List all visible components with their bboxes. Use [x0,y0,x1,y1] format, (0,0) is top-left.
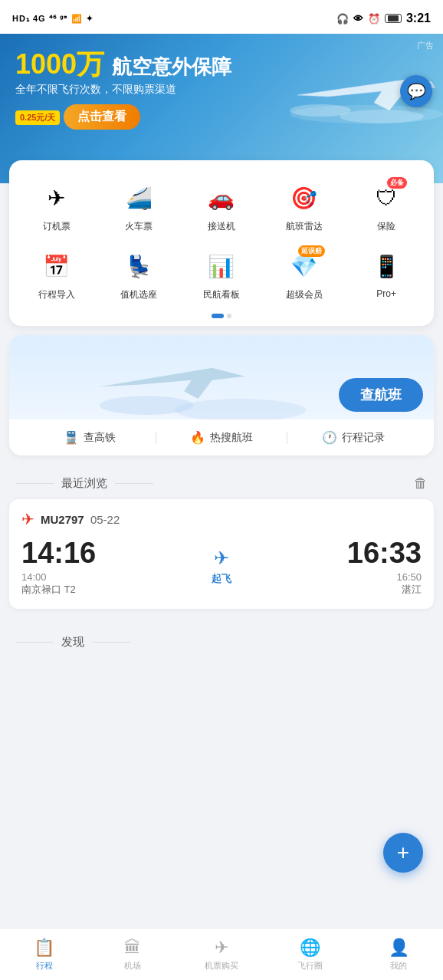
flight-main-info: 14:16 14:00 南京禄口 T2 ✈ 起飞 16:33 16:50 湛江 [21,538,422,597]
airline-logo: ✈ [21,510,34,528]
header-line-left [15,483,54,484]
menu-icon-4: 🛡必备 [369,180,404,215]
svg-point-4 [175,399,306,419]
menu-item-2[interactable]: 🚗接送机 [180,174,263,239]
discover-section: 发现 [0,618,443,657]
header-line-right [115,483,153,484]
network-icons: HD₁ 4G ⁴⁶ ᵍᵒ 📶 ✦ [12,14,94,24]
arrive-block: 16:33 16:50 湛江 [347,538,422,597]
nav-label-4: 我的 [390,960,407,972]
nav-label-1: 机场 [124,960,141,972]
quick-link-label-1: 热搜航班 [210,431,253,445]
nav-item-我的[interactable]: 👤我的 [354,929,443,980]
status-bar: HD₁ 4G ⁴⁶ ᵍᵒ 📶 ✦ 🎧 👁 ⏰ 3:21 [0,0,443,34]
quick-link-label-0: 查高铁 [84,431,116,445]
menu-item-9[interactable]: 📱Pro+ [345,242,428,307]
nav-icon-2: ✈ [215,938,228,958]
dot-1 [212,314,224,318]
page-indicator [15,314,428,318]
quick-link-label-2: 行程记录 [342,431,385,445]
nav-icon-4: 👤 [389,938,409,958]
menu-label-7: 民航看板 [203,288,240,301]
depart-time: 14:16 [21,538,96,570]
nav-icon-1: 🏛 [124,938,141,958]
menu-icon-7: 📊 [204,248,239,284]
menu-icon-5: 📅 [39,248,74,284]
banner-price: 0.25元/天 [15,110,60,125]
menu-item-6[interactable]: 💺值机选座 [98,242,181,307]
menu-label-6: 值机选座 [120,288,157,301]
quick-link-icon-2: 🕐 [322,430,337,445]
menu-icon-1: 🚄 [121,180,156,215]
menu-icon-6: 💺 [121,248,156,284]
menu-item-1[interactable]: 🚄火车票 [98,174,181,239]
status-right: 🎧 👁 ⏰ 3:21 [336,12,431,25]
quick-link-0[interactable]: 🚆查高铁 [25,430,156,445]
discover-header: 发现 [0,624,443,657]
nav-label-2: 机票购买 [205,960,238,972]
menu-item-7[interactable]: 📊民航看板 [180,242,263,307]
battery-indicator [385,14,402,23]
menu-label-0: 订机票 [43,220,71,233]
nav-item-行程[interactable]: 📋行程 [0,929,89,980]
nav-item-机场[interactable]: 🏛机场 [89,929,178,980]
nav-item-飞行圈[interactable]: 🌐飞行圈 [266,929,355,980]
quick-links-row: 🚆查高铁🔥热搜航班🕐行程记录 [9,419,434,455]
quick-link-2[interactable]: 🕐行程记录 [287,430,418,445]
depart-airport: 南京禄口 T2 [21,583,96,597]
recent-browse-section: 最近浏览 🗑 ✈ MU2797 05-22 14:16 14:00 南京禄口 T… [0,465,443,609]
menu-item-8[interactable]: 💎延误赔超级会员 [263,242,346,307]
section-header-line: 最近浏览 [15,476,153,491]
discover-line-left [15,642,54,643]
flight-middle: ✈ 起飞 [212,548,231,586]
menu-label-9: Pro+ [376,288,396,299]
menu-icon-0: ✈ [39,180,74,215]
menu-item-3[interactable]: 🎯航班雷达 [263,174,346,239]
nav-label-3: 飞行圈 [297,960,323,972]
banner-cta-button[interactable]: 点击查看 [64,104,140,130]
menu-item-4[interactable]: 🛡必备保险 [345,174,428,239]
flight-search-card: 查航班 🚆查高铁🔥热搜航班🕐行程记录 [9,335,434,455]
arrive-airport: 湛江 [347,583,422,597]
recent-browse-header: 最近浏览 🗑 [0,465,443,499]
menu-badge-8: 延误赔 [298,245,325,257]
flight-card-header: ✈ MU2797 05-22 [21,510,422,528]
menu-grid: ✈订机票🚄火车票🚗接送机🎯航班雷达🛡必备保险📅行程导入💺值机选座📊民航看板💎延误… [15,174,428,307]
nav-icon-0: 📋 [34,938,54,958]
flight-plane-icon: ✈ [214,548,229,569]
svg-point-2 [340,110,424,123]
recent-flight-card[interactable]: ✈ MU2797 05-22 14:16 14:00 南京禄口 T2 ✈ 起飞 … [9,499,434,609]
bottom-navigation: 📋行程🏛机场✈机票购买🌐飞行圈👤我的 [0,928,443,980]
section-title-recent: 最近浏览 [61,476,107,491]
nav-label-0: 行程 [36,960,53,972]
menu-label-5: 行程导入 [38,288,75,301]
nav-icon-3: 🌐 [300,938,320,958]
quick-link-1[interactable]: 🔥热搜航班 [156,430,287,445]
time-display: 3:21 [406,12,431,25]
fab-add-button[interactable]: + [383,833,423,873]
discover-header-line: 发现 [15,635,130,649]
nav-item-机票购买[interactable]: ✈机票购买 [177,929,266,980]
menu-icon-8: 💎延误赔 [287,248,322,284]
menu-icon-3: 🎯 [287,180,322,215]
quick-link-icon-0: 🚆 [64,430,79,445]
headphone-icon: 🎧 [336,13,349,25]
menu-icon-2: 🚗 [204,180,239,215]
depart-scheduled: 14:00 [21,571,96,583]
clock-icon: ⏰ [368,13,380,25]
main-menu-card: ✈订机票🚄火车票🚗接送机🎯航班雷达🛡必备保险📅行程导入💺值机选座📊民航看板💎延误… [9,160,434,326]
status-left-icons: HD₁ 4G ⁴⁶ ᵍᵒ 📶 ✦ [12,14,94,24]
flight-number: MU2797 05-22 [41,513,120,526]
menu-label-2: 接送机 [208,220,235,233]
chat-icon: 💬 [407,82,426,100]
menu-item-0[interactable]: ✈订机票 [15,174,98,239]
discover-title: 发现 [61,635,84,649]
menu-badge-4: 必备 [387,177,407,189]
arrive-scheduled: 16:50 [347,571,422,583]
menu-item-5[interactable]: 📅行程导入 [15,242,98,307]
flight-search-banner: 查航班 [9,335,434,419]
chat-button[interactable]: 💬 [400,75,432,107]
discover-line-right [92,642,130,643]
trash-icon[interactable]: 🗑 [414,475,428,492]
search-flights-button[interactable]: 查航班 [339,378,423,412]
